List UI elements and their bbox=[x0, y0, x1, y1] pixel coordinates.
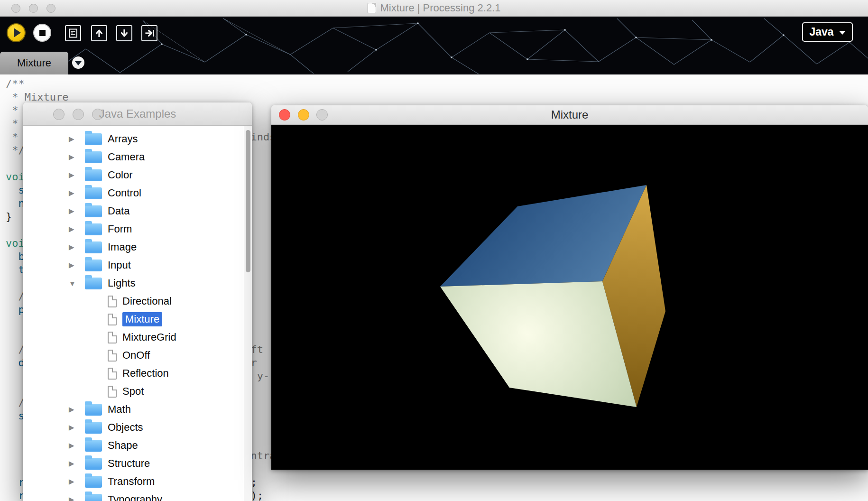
tree-item-label: Spot bbox=[122, 385, 144, 398]
tree-item-objects[interactable]: ▶Objects bbox=[23, 418, 244, 436]
disclosure-collapsed-icon[interactable]: ▶ bbox=[69, 459, 85, 468]
tree-item-mixture[interactable]: Mixture bbox=[23, 310, 244, 328]
tree-item-camera[interactable]: ▶Camera bbox=[23, 148, 244, 166]
tree-item-color[interactable]: ▶Color bbox=[23, 166, 244, 184]
open-arrow-up-icon bbox=[93, 28, 105, 39]
tab-mixture[interactable]: Mixture bbox=[0, 52, 68, 74]
folder-icon bbox=[85, 205, 102, 217]
disclosure-collapsed-icon[interactable]: ▶ bbox=[69, 495, 85, 501]
tree-item-label: Color bbox=[108, 169, 133, 181]
toolbar: Java Mixture bbox=[0, 17, 868, 74]
stop-icon bbox=[39, 30, 46, 36]
chevron-down-icon bbox=[839, 31, 846, 35]
tree-item-structure[interactable]: ▶Structure bbox=[23, 455, 244, 473]
tree-item-label: Math bbox=[108, 403, 131, 416]
tree-item-input[interactable]: ▶Input bbox=[23, 256, 244, 274]
tree-item-label: Transform bbox=[108, 475, 155, 488]
tree-item-label: Typography bbox=[108, 493, 162, 501]
tree-item-arrays[interactable]: ▶Arrays bbox=[23, 130, 244, 148]
disclosure-collapsed-icon[interactable]: ▶ bbox=[69, 261, 85, 269]
disclosure-collapsed-icon[interactable]: ▶ bbox=[69, 207, 85, 215]
tree-item-label: Objects bbox=[108, 421, 143, 434]
folder-icon bbox=[85, 187, 102, 199]
tree-item-label: Form bbox=[108, 223, 132, 235]
folder-icon bbox=[85, 241, 102, 253]
window-title: Mixture | Processing 2.2.1 bbox=[0, 0, 868, 16]
folder-icon bbox=[85, 169, 102, 181]
tree-item-label: Control bbox=[108, 187, 141, 199]
mode-selector-button[interactable]: Java bbox=[802, 22, 853, 42]
folder-icon bbox=[85, 404, 102, 416]
disclosure-collapsed-icon[interactable]: ▶ bbox=[69, 189, 85, 197]
tree-item-image[interactable]: ▶Image bbox=[23, 238, 244, 256]
cube-render bbox=[271, 125, 868, 470]
code-line: * Mixture bbox=[6, 91, 868, 104]
tree-item-typography[interactable]: ▶Typography bbox=[23, 491, 244, 501]
tab-label: Mixture bbox=[17, 57, 51, 69]
tree-item-mixturegrid[interactable]: MixtureGrid bbox=[23, 328, 244, 346]
file-icon bbox=[108, 386, 117, 398]
tree-item-reflection[interactable]: Reflection bbox=[23, 364, 244, 382]
tree-item-form[interactable]: ▶Form bbox=[23, 220, 244, 238]
tree-item-label: Reflection bbox=[122, 367, 169, 380]
tree-item-label: OnOff bbox=[122, 349, 150, 362]
app-titlebar: Mixture | Processing 2.2.1 bbox=[0, 0, 868, 17]
sketch-titlebar[interactable]: Mixture bbox=[271, 105, 868, 125]
tree-item-shape[interactable]: ▶Shape bbox=[23, 436, 244, 455]
play-icon bbox=[14, 28, 21, 37]
tree-item-math[interactable]: ▶Math bbox=[23, 400, 244, 418]
examples-titlebar[interactable]: Java Examples bbox=[23, 102, 252, 126]
tree-item-label: Directional bbox=[122, 295, 172, 307]
stop-button[interactable] bbox=[33, 24, 51, 42]
folder-icon bbox=[85, 422, 102, 434]
scrollbar-thumb[interactable] bbox=[246, 130, 250, 272]
sketch-window: Mixture bbox=[271, 105, 868, 470]
export-button[interactable] bbox=[141, 25, 157, 41]
disclosure-expanded-icon[interactable]: ▼ bbox=[69, 279, 85, 288]
disclosure-collapsed-icon[interactable]: ▶ bbox=[69, 477, 85, 486]
tree-item-label: Input bbox=[108, 259, 131, 271]
file-icon bbox=[108, 296, 117, 307]
file-icon bbox=[108, 332, 117, 343]
tree-item-label: Image bbox=[108, 241, 137, 253]
tree-item-control[interactable]: ▶Control bbox=[23, 184, 244, 202]
tree-item-label: Structure bbox=[108, 457, 150, 470]
chevron-down-icon bbox=[75, 61, 82, 65]
disclosure-collapsed-icon[interactable]: ▶ bbox=[69, 153, 85, 161]
screen: Mixture | Processing 2.2.1 bbox=[0, 0, 868, 501]
disclosure-collapsed-icon[interactable]: ▶ bbox=[69, 225, 85, 233]
tree-item-lights[interactable]: ▼Lights bbox=[23, 274, 244, 292]
new-sketch-button[interactable] bbox=[65, 25, 81, 41]
sketch-canvas bbox=[271, 125, 868, 470]
tree-item-directional[interactable]: Directional bbox=[23, 292, 244, 310]
folder-icon bbox=[85, 440, 102, 452]
open-button[interactable] bbox=[91, 25, 107, 41]
folder-icon bbox=[85, 260, 102, 271]
save-arrow-down-icon bbox=[119, 28, 130, 39]
tree-item-transform[interactable]: ▶Transform bbox=[23, 473, 244, 491]
folder-icon bbox=[85, 458, 102, 470]
disclosure-collapsed-icon[interactable]: ▶ bbox=[69, 441, 85, 450]
folder-icon bbox=[85, 133, 102, 145]
disclosure-collapsed-icon[interactable]: ▶ bbox=[69, 405, 85, 414]
folder-icon bbox=[85, 494, 102, 501]
disclosure-collapsed-icon[interactable]: ▶ bbox=[69, 171, 85, 179]
folder-icon bbox=[85, 476, 102, 488]
run-button[interactable] bbox=[7, 23, 26, 42]
tree-item-onoff[interactable]: OnOff bbox=[23, 346, 244, 364]
tree-item-label: Data bbox=[108, 205, 129, 217]
tree-item-label: Arrays bbox=[108, 133, 138, 145]
examples-tree: ▶Arrays▶Camera▶Color▶Control▶Data▶Form▶I… bbox=[23, 126, 244, 501]
disclosure-collapsed-icon[interactable]: ▶ bbox=[69, 423, 85, 432]
tree-item-spot[interactable]: Spot bbox=[23, 382, 244, 400]
disclosure-collapsed-icon[interactable]: ▶ bbox=[69, 243, 85, 251]
tree-item-data[interactable]: ▶Data bbox=[23, 202, 244, 220]
disclosure-collapsed-icon[interactable]: ▶ bbox=[69, 135, 85, 143]
sketch-window-title: Mixture bbox=[271, 105, 868, 124]
tab-menu-button[interactable] bbox=[72, 56, 84, 69]
mode-label: Java bbox=[809, 26, 833, 38]
save-button[interactable] bbox=[116, 25, 132, 41]
tree-item-label: Lights bbox=[108, 277, 136, 289]
scrollbar[interactable] bbox=[244, 126, 252, 501]
tree-item-label: Shape bbox=[108, 439, 138, 452]
